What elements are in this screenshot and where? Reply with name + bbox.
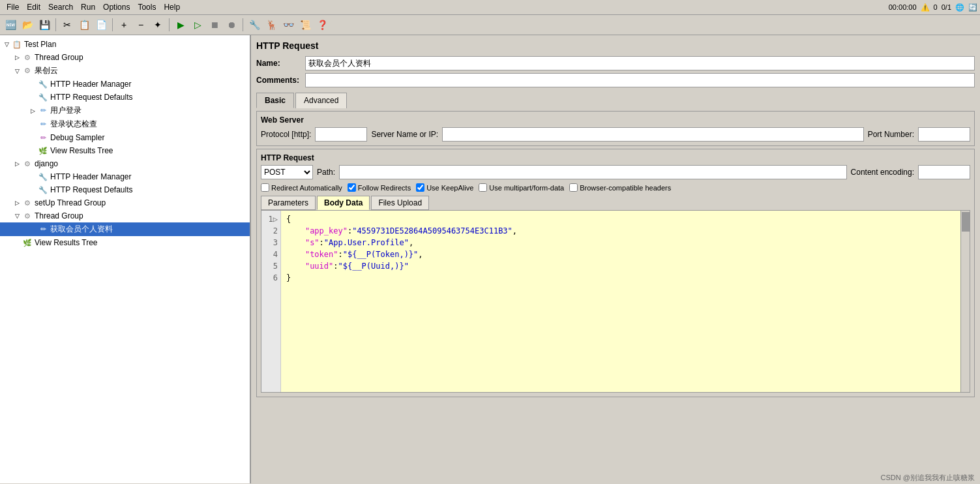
checkbox-row: Redirect Automatically Follow Redirects … [261,183,970,192]
body-tab-parameters[interactable]: Parameters [261,196,316,210]
tree-label-thread-group-1: Thread Group [35,53,83,62]
checkbox-redirect[interactable] [261,183,269,192]
refresh-icon: 🔄 [968,3,977,12]
menu-run[interactable]: Run [77,1,99,13]
body-tab-files-upload[interactable]: Files Upload [371,196,429,210]
new-button[interactable]: 🆕 [3,17,18,33]
checkbox-multipart[interactable] [479,183,487,192]
scrollbar[interactable] [960,211,970,392]
expand-user-login[interactable]: ▷ [29,107,37,115]
expand-thread-group-2[interactable]: ▽ [13,212,21,220]
toolbar: 🆕 📂 💾 ✂ 📋 📄 + − ✦ ▶ ▷ ⏹ ⏺ 🔧 🦌 👓 📜 ❓ [0,15,980,35]
tab-advanced[interactable]: Advanced [295,93,347,108]
expand-guocaiyun[interactable]: ▽ [13,67,21,75]
line-num-4: 4 [264,249,278,260]
menu-search[interactable]: Search [44,1,77,13]
menu-file[interactable]: File [3,1,23,13]
plan-icon: 📋 [12,39,22,50]
shutdown-button[interactable]: ⏺ [224,17,239,33]
tree-item-get-member-info[interactable]: ▷ ✏ 获取会员个人资料 [0,222,250,236]
tree-item-user-login[interactable]: ▷ ✏ 用户登录 [0,104,250,117]
comments-input[interactable] [305,73,975,87]
run-button[interactable]: ▶ [173,17,188,33]
port-input[interactable] [918,127,970,142]
clear-button[interactable]: ✦ [150,17,166,33]
scroll-button[interactable]: 📜 [297,17,313,33]
tree-label-guocaiyun: 果创云 [35,65,58,76]
tree-label-http-req-defaults-2: HTTP Request Defaults [50,185,133,194]
paste-button[interactable]: 📄 [93,17,109,33]
main-tab-bar: Basic Advanced [256,93,975,108]
tree-label-user-login: 用户登录 [50,105,82,116]
expand-django[interactable]: ▷ [13,160,21,168]
protocol-label: Protocol [http]: [261,130,311,139]
method-select[interactable]: POST GET PUT DELETE [261,165,313,179]
comments-label: Comments: [256,76,305,85]
menu-edit[interactable]: Edit [23,1,44,13]
menu-help[interactable]: Help [160,1,184,13]
http-request-title: HTTP Request [261,153,970,162]
save-button[interactable]: 💾 [37,17,52,33]
results-icon-2: 🌿 [22,237,33,248]
tree-item-http-req-defaults-2[interactable]: ▷ 🔧 HTTP Request Defaults [0,183,250,196]
remove-button[interactable]: − [133,17,149,33]
tree-label-django: django [35,159,58,168]
open-button[interactable]: 📂 [20,17,35,33]
cut-button[interactable]: ✂ [59,17,75,33]
checkbox-browser[interactable] [569,183,578,192]
menu-tools[interactable]: Tools [134,1,160,13]
line-num-6: 6 [264,272,278,284]
glasses-button[interactable]: 👓 [280,17,296,33]
content-panel: HTTP Request Name: Comments: Basic Advan… [251,35,980,483]
content-encoding-input[interactable] [918,165,970,179]
tree-panel: ▽ 📋 Test Plan ▷ ⚙ Thread Group ▽ ⚙ 果创云 ▷… [0,35,251,483]
tab-basic[interactable]: Basic [256,93,294,108]
server-input[interactable] [442,127,864,142]
warning-count: 0 [934,3,938,11]
name-input[interactable] [305,56,975,70]
run-no-pause-button[interactable]: ▷ [190,17,205,33]
tree-item-view-results-2[interactable]: ▷ 🌿 View Results Tree [0,236,250,249]
code-content[interactable]: { "app_key":"4559731DE52864A5095463754E3… [281,211,960,392]
expand-test-plan[interactable]: ▽ [3,40,10,48]
tree-label-thread-group-2: Thread Group [35,211,83,220]
question-button[interactable]: ❓ [314,17,330,33]
stop-button[interactable]: ⏹ [207,17,222,33]
tree-item-test-plan[interactable]: ▽ 📋 Test Plan [0,38,250,51]
gear-icon-1: ⚙ [22,52,33,63]
path-input[interactable] [339,165,847,179]
tree-item-http-req-defaults-1[interactable]: ▷ 🔧 HTTP Request Defaults [0,91,250,104]
tree-item-login-check[interactable]: ▷ ✏ 登录状态检查 [0,117,250,131]
tree-item-view-results-1[interactable]: ▷ 🌿 View Results Tree [0,144,250,157]
results-icon-1: 🌿 [38,145,48,156]
tree-item-http-header-mgr-2[interactable]: ▷ 🔧 HTTP Header Manager [0,170,250,183]
tree-label-view-results-2: View Results Tree [35,238,98,247]
tree-item-thread-group-1[interactable]: ▷ ⚙ Thread Group [0,51,250,64]
tree-item-django[interactable]: ▷ ⚙ django [0,157,250,170]
wrench-button[interactable]: 🔧 [246,17,262,33]
tree-item-debug-sampler[interactable]: ▷ ✏ Debug Sampler [0,131,250,144]
wrench-icon-3: 🔧 [38,172,48,182]
wrench-icon-1: 🔧 [38,79,48,89]
edit-icon-3: ✏ [38,224,48,235]
tree-item-thread-group-2[interactable]: ▽ ⚙ Thread Group [0,209,250,222]
body-tab-body-data[interactable]: Body Data [317,196,370,210]
globe-icon: 🌐 [955,3,964,12]
tree-item-guocaiyun[interactable]: ▽ ⚙ 果创云 [0,64,250,78]
copy-button[interactable]: 📋 [76,17,92,33]
add-button[interactable]: + [116,17,132,33]
moose-button[interactable]: 🦌 [263,17,279,33]
expand-thread-group-1[interactable]: ▷ [13,53,21,61]
tree-item-http-header-mgr-1[interactable]: ▷ 🔧 HTTP Header Manager [0,78,250,91]
scroll-thumb[interactable] [962,212,970,232]
code-editor[interactable]: 1▷ 2 3 4 5 6 { "app_key":"4559731DE52864… [261,210,970,393]
protocol-input[interactable] [315,127,367,142]
line-num-3: 3 [264,237,278,249]
form-title: HTTP Request [256,40,975,51]
checkbox-follow[interactable] [348,183,356,192]
status-text: CSDN @别追我我有止咳糖浆 [881,474,975,481]
checkbox-keepalive[interactable] [416,183,424,192]
tree-item-setup-thread-group[interactable]: ▷ ⚙ setUp Thread Group [0,196,250,209]
expand-setup-thread[interactable]: ▷ [13,199,21,207]
menu-options[interactable]: Options [99,1,134,13]
